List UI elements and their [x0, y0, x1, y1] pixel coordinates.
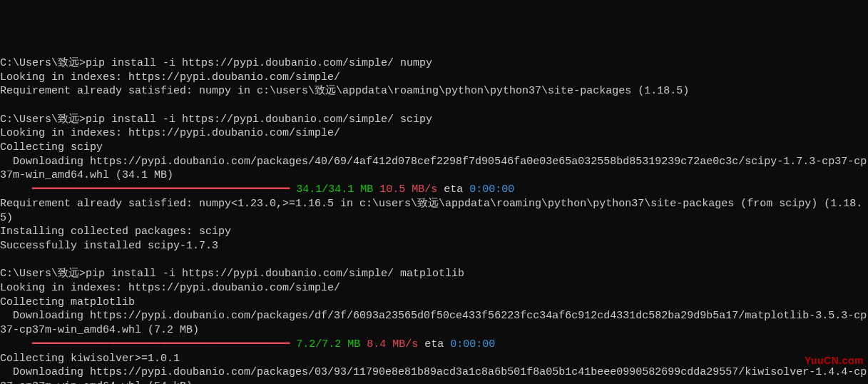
terminal-blank-line: [0, 253, 868, 268]
terminal-line: Collecting scipy: [0, 141, 868, 155]
progress-bar: ━━━━━━━━━━━━━━━━━━━━━━━━━━━━━━━━━━━━━━━━: [0, 183, 296, 196]
terminal-line: Looking in indexes: https://pypi.doubani…: [0, 126, 868, 141]
terminal-line: Downloading https://pypi.doubanio.com/pa…: [0, 309, 868, 337]
progress-line: ━━━━━━━━━━━━━━━━━━━━━━━━━━━━━━━━━━━━━━━━…: [0, 183, 868, 197]
terminal-line: C:\Users\致远>pip install -i https://pypi.…: [0, 113, 868, 127]
progress-speed: 8.4 MB/s: [360, 338, 418, 350]
progress-size: 34.1/34.1 MB: [296, 183, 373, 196]
terminal-line: Looking in indexes: https://pypi.doubani…: [0, 71, 868, 85]
progress-eta-value: 0:00:00: [469, 183, 514, 196]
terminal-line: Downloading https://pypi.doubanio.com/pa…: [0, 365, 868, 384]
terminal-line: Collecting kiwisolver>=1.0.1: [0, 352, 868, 366]
progress-size: 7.2/7.2 MB: [296, 338, 360, 350]
terminal-line: Successfully installed scipy-1.7.3: [0, 239, 868, 253]
progress-bar: ━━━━━━━━━━━━━━━━━━━━━━━━━━━━━━━━━━━━━━━━: [0, 338, 296, 350]
terminal-line: Downloading https://pypi.doubanio.com/pa…: [0, 155, 868, 183]
terminal-line: Collecting matplotlib: [0, 295, 868, 310]
terminal-line: C:\Users\致远>pip install -i https://pypi.…: [0, 267, 868, 281]
terminal-line: C:\Users\致远>pip install -i https://pypi.…: [0, 56, 868, 71]
terminal-output[interactable]: C:\Users\致远>pip install -i https://pypi.…: [0, 56, 868, 384]
terminal-blank-line: [0, 98, 868, 113]
terminal-line: Requirement already satisfied: numpy in …: [0, 84, 868, 98]
terminal-line: Requirement already satisfied: numpy<1.2…: [0, 197, 868, 225]
progress-eta-label: eta: [437, 183, 469, 196]
progress-eta-label: eta: [418, 338, 450, 350]
progress-speed: 10.5 MB/s: [373, 183, 437, 196]
terminal-line: Looking in indexes: https://pypi.doubani…: [0, 281, 868, 295]
terminal-line: Installing collected packages: scipy: [0, 225, 868, 239]
watermark-text: YuuCN.com: [805, 354, 864, 368]
progress-eta-value: 0:00:00: [450, 338, 495, 350]
progress-line: ━━━━━━━━━━━━━━━━━━━━━━━━━━━━━━━━━━━━━━━━…: [0, 338, 868, 352]
